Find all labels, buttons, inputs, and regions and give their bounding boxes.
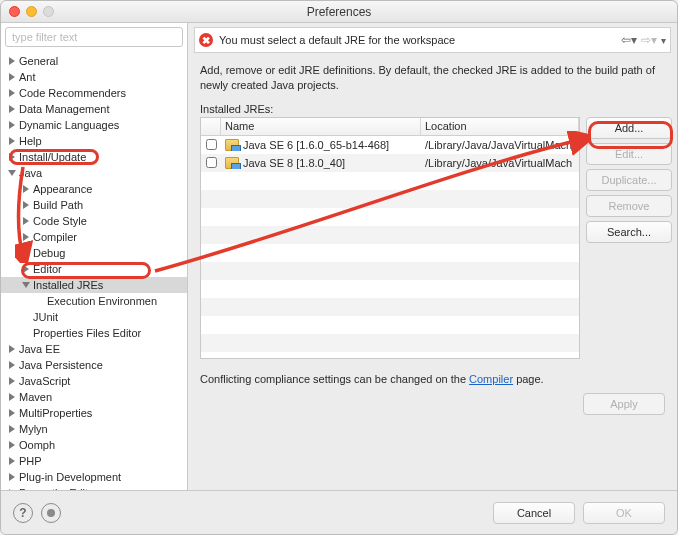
tree-node-label: Code Recommenders xyxy=(19,87,126,99)
row-name-cell: Java SE 6 [1.6.0_65-b14-468] xyxy=(221,139,421,151)
tree-node[interactable]: Code Recommenders xyxy=(1,85,187,101)
sidebar: type filter text GeneralAntCode Recommen… xyxy=(1,23,188,490)
tree-node[interactable]: Data Management xyxy=(1,101,187,117)
import-export-icon[interactable] xyxy=(41,503,61,523)
tree-node[interactable]: Installed JREs xyxy=(1,277,187,293)
tree-node[interactable]: PHP xyxy=(1,453,187,469)
page-description: Add, remove or edit JRE definitions. By … xyxy=(200,63,665,93)
tree-node-label: JavaScript xyxy=(19,375,70,387)
tree-node-label: Properties Files Editor xyxy=(33,327,141,339)
chevron-right-icon[interactable] xyxy=(7,376,17,386)
jre-default-checkbox[interactable] xyxy=(206,139,217,150)
tree-node-label: Java xyxy=(19,167,42,179)
tree-node[interactable]: Install/Update xyxy=(1,149,187,165)
chevron-right-icon[interactable] xyxy=(21,264,31,274)
tree-node[interactable]: JUnit xyxy=(1,309,187,325)
chevron-right-icon[interactable] xyxy=(21,248,31,258)
row-checkbox-cell[interactable] xyxy=(201,157,221,168)
tree-node[interactable]: MultiProperties xyxy=(1,405,187,421)
tree-node-label: Editor xyxy=(33,263,62,275)
tree-node[interactable]: Code Style xyxy=(1,213,187,229)
tree-node[interactable]: Appearance xyxy=(1,181,187,197)
chevron-right-icon[interactable] xyxy=(7,424,17,434)
remove-button: Remove xyxy=(586,195,672,217)
add-button[interactable]: Add... xyxy=(586,117,672,139)
tree-node[interactable]: Plug-in Development xyxy=(1,469,187,485)
preferences-window: Preferences type filter text GeneralAntC… xyxy=(0,0,678,535)
tree-node[interactable]: Editor xyxy=(1,261,187,277)
row-name: Java SE 6 [1.6.0_65-b14-468] xyxy=(243,139,389,151)
table-row xyxy=(201,208,579,226)
table-row[interactable]: Java SE 6 [1.6.0_65-b14-468]/Library/Jav… xyxy=(201,136,579,154)
tree-node-label: Ant xyxy=(19,71,36,83)
tree-leaf-spacer xyxy=(21,312,31,322)
tree-node[interactable]: Maven xyxy=(1,389,187,405)
table-row xyxy=(201,280,579,298)
tree-node[interactable]: Java EE xyxy=(1,341,187,357)
tree-node[interactable]: Mylyn xyxy=(1,421,187,437)
col-checkbox[interactable] xyxy=(201,118,221,135)
tree-node[interactable]: General xyxy=(1,53,187,69)
chevron-right-icon[interactable] xyxy=(7,152,17,162)
tree-node[interactable]: Compiler xyxy=(1,229,187,245)
tree-node-label: Plug-in Development xyxy=(19,471,121,483)
compliance-note-suffix: page. xyxy=(513,373,544,385)
page-toolbar: ⇦▾ ⇨▾ ▾ xyxy=(621,33,666,47)
error-bar: ✖ You must select a default JRE for the … xyxy=(194,27,671,53)
col-location[interactable]: Location xyxy=(421,118,579,135)
chevron-right-icon[interactable] xyxy=(21,232,31,242)
chevron-right-icon[interactable] xyxy=(21,216,31,226)
tree-node-label: JUnit xyxy=(33,311,58,323)
tree-node[interactable]: Java xyxy=(1,165,187,181)
tree-node-label: Java EE xyxy=(19,343,60,355)
table-row xyxy=(201,316,579,334)
tree-node-label: Code Style xyxy=(33,215,87,227)
chevron-right-icon[interactable] xyxy=(21,184,31,194)
tree-node[interactable]: Java Persistence xyxy=(1,357,187,373)
cancel-button[interactable]: Cancel xyxy=(493,502,575,524)
chevron-right-icon[interactable] xyxy=(7,472,17,482)
tree-node-label: Install/Update xyxy=(19,151,86,163)
forward-button[interactable]: ⇨▾ xyxy=(641,33,657,47)
tree-node[interactable]: Debug xyxy=(1,245,187,261)
error-icon: ✖ xyxy=(199,33,213,47)
compiler-link[interactable]: Compiler xyxy=(469,373,513,385)
col-name[interactable]: Name xyxy=(221,118,421,135)
chevron-right-icon[interactable] xyxy=(7,456,17,466)
tree-node[interactable]: Properties Files Editor xyxy=(1,325,187,341)
preferences-tree[interactable]: GeneralAntCode RecommendersData Manageme… xyxy=(1,51,187,490)
installed-jres-table[interactable]: Name Location Java SE 6 [1.6.0_65-b14-46… xyxy=(200,117,580,359)
chevron-right-icon[interactable] xyxy=(7,440,17,450)
view-menu-button[interactable]: ▾ xyxy=(661,35,666,46)
chevron-down-icon[interactable] xyxy=(7,168,17,178)
tree-node[interactable]: Dynamic Languages xyxy=(1,117,187,133)
jre-default-checkbox[interactable] xyxy=(206,157,217,168)
chevron-right-icon[interactable] xyxy=(7,392,17,402)
tree-node[interactable]: Build Path xyxy=(1,197,187,213)
duplicate-button: Duplicate... xyxy=(586,169,672,191)
chevron-right-icon[interactable] xyxy=(7,56,17,66)
tree-node[interactable]: Execution Environmen xyxy=(1,293,187,309)
chevron-right-icon[interactable] xyxy=(7,344,17,354)
help-icon[interactable]: ? xyxy=(13,503,33,523)
tree-node[interactable]: Help xyxy=(1,133,187,149)
chevron-right-icon[interactable] xyxy=(7,120,17,130)
chevron-right-icon[interactable] xyxy=(7,72,17,82)
table-row[interactable]: Java SE 8 [1.8.0_40]/Library/Java/JavaVi… xyxy=(201,154,579,172)
tree-node-label: Help xyxy=(19,135,42,147)
tree-node[interactable]: Oomph xyxy=(1,437,187,453)
tree-node-label: Build Path xyxy=(33,199,83,211)
chevron-right-icon[interactable] xyxy=(7,136,17,146)
chevron-right-icon[interactable] xyxy=(7,88,17,98)
row-checkbox-cell[interactable] xyxy=(201,139,221,150)
chevron-down-icon[interactable] xyxy=(21,280,31,290)
tree-node[interactable]: JavaScript xyxy=(1,373,187,389)
filter-input[interactable]: type filter text xyxy=(5,27,183,47)
search-button[interactable]: Search... xyxy=(586,221,672,243)
chevron-right-icon[interactable] xyxy=(21,200,31,210)
tree-node[interactable]: Ant xyxy=(1,69,187,85)
chevron-right-icon[interactable] xyxy=(7,360,17,370)
back-button[interactable]: ⇦▾ xyxy=(621,33,637,47)
chevron-right-icon[interactable] xyxy=(7,408,17,418)
chevron-right-icon[interactable] xyxy=(7,104,17,114)
